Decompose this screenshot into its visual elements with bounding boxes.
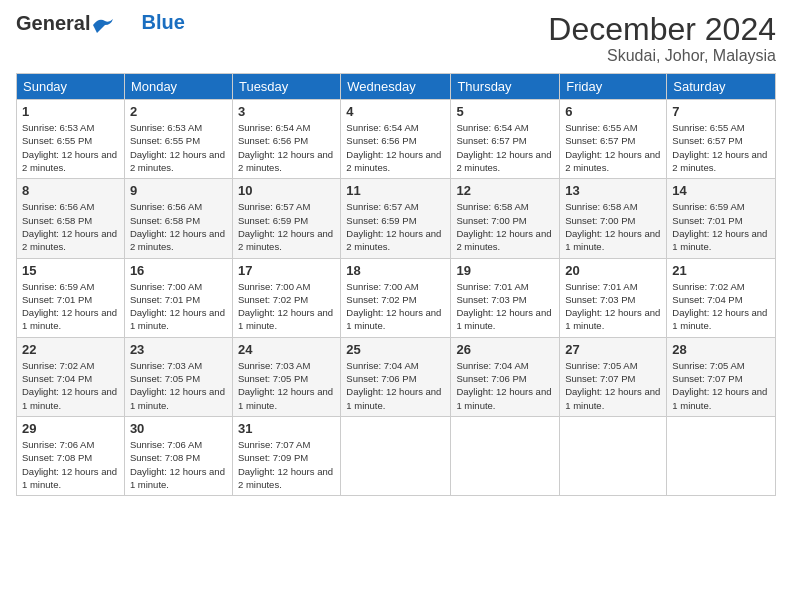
day-info: Sunrise: 7:04 AM Sunset: 7:06 PM Dayligh… [346,359,445,412]
sunset-label: Sunset: 6:55 PM [22,135,92,146]
calendar-week-row: 29 Sunrise: 7:06 AM Sunset: 7:08 PM Dayl… [17,416,776,495]
logo-text: General [16,12,113,34]
sunset-label: Sunset: 7:08 PM [22,452,92,463]
col-tuesday: Tuesday [232,74,340,100]
day-info: Sunrise: 7:05 AM Sunset: 7:07 PM Dayligh… [565,359,661,412]
day-info: Sunrise: 6:53 AM Sunset: 6:55 PM Dayligh… [22,121,119,174]
day-info: Sunrise: 6:58 AM Sunset: 7:00 PM Dayligh… [456,200,554,253]
sunrise-label: Sunrise: 7:05 AM [672,360,744,371]
calendar-cell [560,416,667,495]
sunset-label: Sunset: 6:56 PM [346,135,416,146]
day-info: Sunrise: 6:57 AM Sunset: 6:59 PM Dayligh… [346,200,445,253]
daylight-label: Daylight: 12 hours and 1 minute. [565,307,660,331]
daylight-label: Daylight: 12 hours and 1 minute. [130,386,225,410]
day-number: 21 [672,263,770,278]
day-info: Sunrise: 7:06 AM Sunset: 7:08 PM Dayligh… [130,438,227,491]
day-number: 6 [565,104,661,119]
daylight-label: Daylight: 12 hours and 1 minute. [456,307,551,331]
daylight-label: Daylight: 12 hours and 1 minute. [565,228,660,252]
day-info: Sunrise: 7:06 AM Sunset: 7:08 PM Dayligh… [22,438,119,491]
calendar-cell: 9 Sunrise: 6:56 AM Sunset: 6:58 PM Dayli… [124,179,232,258]
daylight-label: Daylight: 12 hours and 2 minutes. [238,466,333,490]
sunset-label: Sunset: 7:02 PM [238,294,308,305]
day-number: 25 [346,342,445,357]
col-monday: Monday [124,74,232,100]
day-number: 8 [22,183,119,198]
calendar-cell: 29 Sunrise: 7:06 AM Sunset: 7:08 PM Dayl… [17,416,125,495]
day-info: Sunrise: 7:03 AM Sunset: 7:05 PM Dayligh… [238,359,335,412]
sunset-label: Sunset: 6:59 PM [346,215,416,226]
sunrise-label: Sunrise: 7:04 AM [346,360,418,371]
day-info: Sunrise: 7:01 AM Sunset: 7:03 PM Dayligh… [565,280,661,333]
sunrise-label: Sunrise: 6:58 AM [456,201,528,212]
calendar-cell: 6 Sunrise: 6:55 AM Sunset: 6:57 PM Dayli… [560,100,667,179]
day-number: 2 [130,104,227,119]
daylight-label: Daylight: 12 hours and 2 minutes. [130,149,225,173]
day-info: Sunrise: 6:58 AM Sunset: 7:00 PM Dayligh… [565,200,661,253]
daylight-label: Daylight: 12 hours and 2 minutes. [346,149,441,173]
daylight-label: Daylight: 12 hours and 1 minute. [456,386,551,410]
sunrise-label: Sunrise: 6:53 AM [130,122,202,133]
daylight-label: Daylight: 12 hours and 1 minute. [22,307,117,331]
day-number: 30 [130,421,227,436]
calendar-cell: 3 Sunrise: 6:54 AM Sunset: 6:56 PM Dayli… [232,100,340,179]
day-info: Sunrise: 7:05 AM Sunset: 7:07 PM Dayligh… [672,359,770,412]
calendar-cell: 11 Sunrise: 6:57 AM Sunset: 6:59 PM Dayl… [341,179,451,258]
day-number: 18 [346,263,445,278]
sunset-label: Sunset: 7:07 PM [565,373,635,384]
daylight-label: Daylight: 12 hours and 2 minutes. [346,228,441,252]
daylight-label: Daylight: 12 hours and 2 minutes. [456,149,551,173]
daylight-label: Daylight: 12 hours and 2 minutes. [22,149,117,173]
day-info: Sunrise: 7:00 AM Sunset: 7:01 PM Dayligh… [130,280,227,333]
day-number: 4 [346,104,445,119]
sunrise-label: Sunrise: 7:01 AM [456,281,528,292]
daylight-label: Daylight: 12 hours and 1 minute. [346,307,441,331]
calendar-cell: 18 Sunrise: 7:00 AM Sunset: 7:02 PM Dayl… [341,258,451,337]
sunset-label: Sunset: 7:04 PM [22,373,92,384]
day-number: 14 [672,183,770,198]
day-number: 1 [22,104,119,119]
sunrise-label: Sunrise: 7:03 AM [130,360,202,371]
day-number: 7 [672,104,770,119]
sunset-label: Sunset: 7:09 PM [238,452,308,463]
sunrise-label: Sunrise: 7:02 AM [22,360,94,371]
day-number: 10 [238,183,335,198]
day-number: 5 [456,104,554,119]
sunset-label: Sunset: 6:57 PM [565,135,635,146]
sunset-label: Sunset: 6:57 PM [672,135,742,146]
calendar-cell: 31 Sunrise: 7:07 AM Sunset: 7:09 PM Dayl… [232,416,340,495]
calendar-table: Sunday Monday Tuesday Wednesday Thursday… [16,73,776,496]
day-info: Sunrise: 6:56 AM Sunset: 6:58 PM Dayligh… [22,200,119,253]
sunrise-label: Sunrise: 6:56 AM [130,201,202,212]
sunset-label: Sunset: 7:05 PM [238,373,308,384]
sunrise-label: Sunrise: 7:01 AM [565,281,637,292]
daylight-label: Daylight: 12 hours and 1 minute. [130,466,225,490]
daylight-label: Daylight: 12 hours and 1 minute. [672,228,767,252]
sunset-label: Sunset: 7:03 PM [565,294,635,305]
month-year: December 2024 [548,12,776,47]
sunset-label: Sunset: 6:59 PM [238,215,308,226]
sunrise-label: Sunrise: 7:04 AM [456,360,528,371]
sunrise-label: Sunrise: 6:55 AM [672,122,744,133]
calendar-cell: 28 Sunrise: 7:05 AM Sunset: 7:07 PM Dayl… [667,337,776,416]
sunrise-label: Sunrise: 6:59 AM [672,201,744,212]
day-info: Sunrise: 7:01 AM Sunset: 7:03 PM Dayligh… [456,280,554,333]
col-saturday: Saturday [667,74,776,100]
calendar-cell: 12 Sunrise: 6:58 AM Sunset: 7:00 PM Dayl… [451,179,560,258]
calendar-week-row: 15 Sunrise: 6:59 AM Sunset: 7:01 PM Dayl… [17,258,776,337]
day-info: Sunrise: 7:00 AM Sunset: 7:02 PM Dayligh… [346,280,445,333]
day-info: Sunrise: 6:55 AM Sunset: 6:57 PM Dayligh… [565,121,661,174]
sunrise-label: Sunrise: 6:57 AM [238,201,310,212]
col-wednesday: Wednesday [341,74,451,100]
sunrise-label: Sunrise: 6:54 AM [346,122,418,133]
daylight-label: Daylight: 12 hours and 1 minute. [672,307,767,331]
col-sunday: Sunday [17,74,125,100]
logo-blue: Blue [141,11,184,34]
day-info: Sunrise: 6:53 AM Sunset: 6:55 PM Dayligh… [130,121,227,174]
logo-general: General [16,12,90,34]
sunset-label: Sunset: 6:57 PM [456,135,526,146]
sunset-label: Sunset: 6:58 PM [130,215,200,226]
daylight-label: Daylight: 12 hours and 1 minute. [238,307,333,331]
calendar-cell: 14 Sunrise: 6:59 AM Sunset: 7:01 PM Dayl… [667,179,776,258]
calendar-cell: 24 Sunrise: 7:03 AM Sunset: 7:05 PM Dayl… [232,337,340,416]
